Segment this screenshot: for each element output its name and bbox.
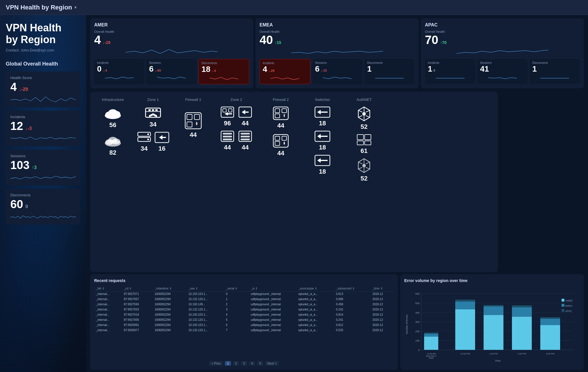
svg-line-70 <box>358 167 362 169</box>
disconnects-card: Disconnects 60 0 <box>6 189 80 225</box>
bar-emea-4 <box>512 307 532 317</box>
page-3-btn[interactable]: 3 <box>241 361 247 366</box>
cell-0-0: _internal... <box>94 292 122 297</box>
server-icon <box>137 131 152 144</box>
firewall2b-icon <box>272 133 289 148</box>
top-bar: VPN Health by Region ▾ <box>0 0 588 15</box>
cell-7-0: _internal... <box>94 328 122 333</box>
legend-emea-rect <box>562 304 564 307</box>
svg-rect-44 <box>282 136 287 140</box>
apac-sessions: Sessions 41 <box>477 59 528 84</box>
bar-amer-1 <box>424 337 438 350</box>
switch2a-icon <box>314 106 330 118</box>
cell-1-1: 87:9927057 <box>122 297 153 302</box>
cell-7-3: 10.132.120.1... <box>187 328 224 333</box>
chevron-down-icon[interactable]: ▾ <box>74 5 77 10</box>
cell-7-1: 87:9926977 <box>122 328 153 333</box>
chart-panel: Error volume by region over time 0 100 2 <box>400 274 584 370</box>
svg-rect-36 <box>241 136 250 137</box>
cell-4-5: udfplayground _internal <box>249 312 297 317</box>
incidents-delta: ↓-3 <box>26 126 32 131</box>
svg-line-59 <box>358 110 362 112</box>
emea-disconnects: Disconnects 1 <box>364 59 415 84</box>
svg-text:200: 200 <box>415 330 419 333</box>
infra-col-fw2: Firewall 2 <box>261 96 301 268</box>
apac-incidents: Incidents 1 0 <box>425 59 475 84</box>
cell-1-2: 1606952294 <box>153 297 187 302</box>
page-2-btn[interactable]: 2 <box>233 361 239 366</box>
zone2-node3: 44 <box>220 130 235 151</box>
cell-7-5: udfplayground _internal <box>249 328 297 333</box>
cell-2-4: 2 <box>224 302 249 307</box>
svg-text:Time: Time <box>495 359 500 362</box>
cell-3-7: 0.242 <box>334 307 371 312</box>
bar-apac-1 <box>424 333 438 334</box>
page-1-btn[interactable]: 1 <box>225 361 231 366</box>
cell-1-6: splunkd_ui_a... <box>297 297 334 302</box>
requests-table: _bkt ⇕ _cd ⇕ _indextime ⇕ _raw ⇕ _serial… <box>94 286 394 333</box>
prev-page-btn[interactable]: < Prev <box>209 361 223 366</box>
cell-3-8: 2020-12 <box>371 307 394 312</box>
apac-health-sparkline <box>425 47 580 55</box>
apac-title: APAC <box>425 22 580 28</box>
cell-2-8: 2020-12 <box>371 302 394 307</box>
zone2b-icon <box>238 106 253 118</box>
sessions-sparkline <box>10 172 76 182</box>
cell-0-1: 87:9927071 <box>122 292 153 297</box>
switch-node2: 18 <box>314 130 330 151</box>
cell-6-1: 87:9926991 <box>122 323 153 328</box>
apac-disconnects: Disconnects 1 <box>529 59 580 84</box>
authnet3-icon <box>355 158 373 174</box>
health-score-label: Health Score <box>10 76 76 80</box>
amer-health-value: 4 <box>94 34 101 46</box>
svg-line-56 <box>366 116 370 117</box>
svg-rect-22 <box>194 114 200 120</box>
incidents-label: Incidents <box>10 115 76 119</box>
svg-rect-32 <box>223 136 232 137</box>
cell-2-1: 87:9927045 <box>122 302 153 307</box>
table-row: _internal...87:9927071160695229410.150.1… <box>94 292 394 297</box>
table-row: _internal...87:9926991160695229410.150.1… <box>94 323 394 328</box>
page-4-btn[interactable]: 4 <box>249 361 255 366</box>
infra-col-switches: Switches 18 <box>301 96 344 268</box>
cell-0-7: 0.813 <box>334 292 371 297</box>
infra-col-zone1: Zone 1 3 <box>131 96 175 268</box>
amer-disconnects: Disconnects 18 ↓-4 <box>198 59 249 84</box>
amer-title: AMER <box>94 22 249 28</box>
table-body: _internal...87:9927071160695229410.150.1… <box>94 292 394 333</box>
cell-3-1: 87:9927033 <box>122 307 153 312</box>
switch-icon <box>144 106 162 120</box>
svg-marker-13 <box>149 113 157 117</box>
cell-3-6: splunkd_ui_a... <box>297 307 334 312</box>
cell-7-7: 0.525 <box>334 328 371 333</box>
svg-rect-61 <box>365 135 371 140</box>
legend-emea-label: EMEA <box>565 304 572 307</box>
fw2-node1: 44 <box>272 106 289 129</box>
amer-health-sparkline <box>94 47 249 55</box>
cell-7-4: 7 <box>224 328 249 333</box>
emea-health-label: Overall Health <box>260 30 415 33</box>
svg-marker-19 <box>159 135 166 140</box>
cell-1-4: 1 <box>224 297 249 302</box>
page-5-btn[interactable]: 5 <box>257 361 263 366</box>
col-indextime: _indextime ⇕ <box>153 286 187 292</box>
next-page-btn[interactable]: Next > <box>265 361 279 366</box>
sessions-delta: ↑3 <box>32 165 37 170</box>
zone2d-icon <box>238 130 253 143</box>
svg-text:3:00 PM: 3:00 PM <box>546 352 554 355</box>
arrow-right-icon <box>154 131 169 144</box>
chart-title: Error volume by region over time <box>404 278 580 283</box>
apac-health-delta: ↑70 <box>440 40 447 45</box>
table-panel: Recent requests _bkt ⇕ _cd ⇕ _indextime … <box>90 274 398 370</box>
disconnects-label: Disconnects <box>10 193 76 197</box>
cell-2-3: 10.160.149... <box>187 302 224 307</box>
infra-node-cloud1: 56 <box>104 106 122 129</box>
svg-line-71 <box>358 162 362 164</box>
firewall2a-icon <box>272 106 289 121</box>
legend-apac-rect <box>562 309 564 312</box>
cell-5-5: udfplayground _internal <box>249 317 297 323</box>
cell-1-8: 2020-12 <box>371 297 394 302</box>
svg-marker-51 <box>317 158 328 163</box>
amer-sessions: Sessions 6 ↓-80 <box>146 59 196 84</box>
bar-apac-4 <box>512 305 532 307</box>
